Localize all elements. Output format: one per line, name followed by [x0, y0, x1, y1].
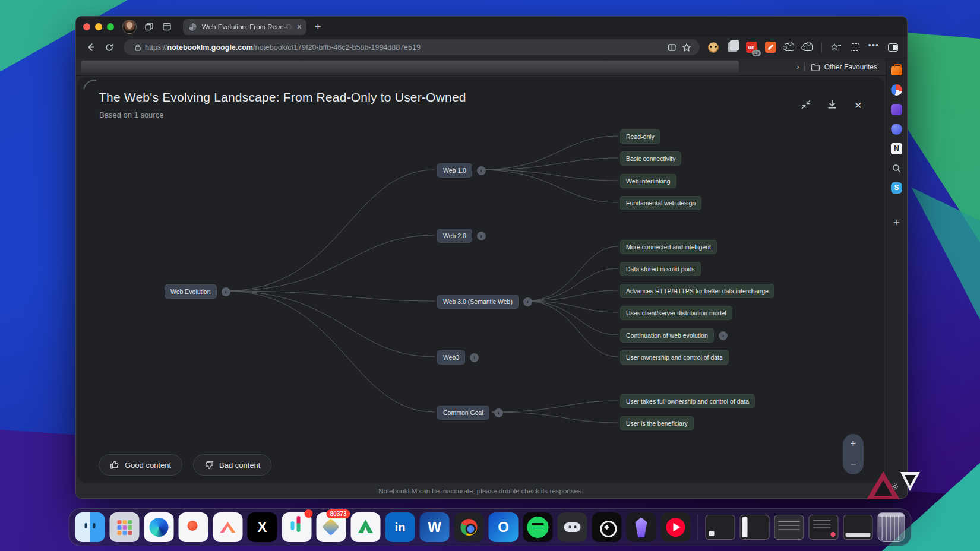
zoom-in-button[interactable]: +	[851, 438, 856, 448]
mindmap-node-web-2-0[interactable]: Web 2.0›	[437, 229, 486, 243]
dock-peak-icon[interactable]	[213, 512, 243, 542]
dock-mail-icon[interactable]: 80373	[317, 512, 346, 542]
mindmap-canvas[interactable]: Web Evolution‹Web 1.0‹Web 2.0›Web 3.0 (S…	[77, 77, 884, 483]
dock-spotify-icon[interactable]	[523, 512, 553, 542]
dock-launchpad-icon[interactable]	[110, 512, 140, 542]
refresh-icon[interactable]	[101, 39, 118, 56]
good-content-button[interactable]: Good content	[99, 454, 182, 476]
dock-green-arrows-icon[interactable]	[351, 512, 381, 542]
deepl-owl-extension-icon[interactable]	[706, 40, 721, 55]
mindmap-node-user-beneficiary[interactable]: User is the beneficiary	[620, 416, 694, 430]
new-tab-button[interactable]: +	[315, 21, 321, 32]
mindmap-node-label-common-goal[interactable]: Common Goal	[437, 406, 489, 420]
favorite-star-icon[interactable]	[679, 40, 694, 55]
lock-icon[interactable]	[131, 40, 145, 55]
extensions-puzzle-icon[interactable]	[799, 39, 816, 56]
mindmap-node-label-web-2-0[interactable]: Web 2.0	[437, 229, 472, 243]
mindmap-node-more-connected[interactable]: More connected and intelligent	[620, 240, 717, 254]
mindmap-toggle-web-2-0[interactable]: ›	[477, 232, 486, 240]
dock-window-thumb-icon[interactable]	[774, 515, 804, 540]
mindmap-node-advances-http[interactable]: Advances HTTP/HTTPS for better data inte…	[620, 284, 774, 298]
mindmap-toggle-web-evolution[interactable]: ‹	[222, 287, 230, 296]
mindmap-node-label-user-full-ownership[interactable]: User takes full ownership and control of…	[620, 394, 755, 408]
mindmap-node-label-advances-http[interactable]: Advances HTTP/HTTPS for better data inte…	[620, 284, 774, 298]
pages-extension-icon[interactable]	[725, 40, 740, 55]
dock-window-thumb-icon[interactable]	[843, 515, 873, 540]
mindmap-node-read-only[interactable]: Read-only	[620, 129, 660, 144]
more-menu-icon[interactable]: •••	[865, 39, 882, 56]
address-bar[interactable]: https://notebooklm.google.com/notebook/c…	[124, 39, 700, 55]
mindmap-toggle-continuation[interactable]: ›	[719, 331, 728, 340]
mindmap-node-label-web-interlinking[interactable]: Web interlinking	[620, 174, 676, 188]
sidebar-designer-icon[interactable]	[891, 123, 903, 135]
mindmap-node-label-basic-connectivity[interactable]: Basic connectivity	[620, 151, 681, 166]
zoom-out-button[interactable]: −	[851, 460, 856, 470]
mindmap-node-user-ownership[interactable]: User ownership and control of data	[620, 350, 729, 365]
mindmap-node-web-evolution[interactable]: Web Evolution‹	[165, 284, 230, 299]
mindmap-toggle-web-3-0-semantic[interactable]: ‹	[523, 297, 532, 306]
mindmap-node-label-user-ownership[interactable]: User ownership and control of data	[620, 350, 729, 365]
other-favourites-label[interactable]: Other Favourites	[824, 63, 877, 71]
mindmap-node-label-solid-pods[interactable]: Data stored in solid pods	[620, 262, 701, 276]
dock-window-thumb-icon[interactable]	[740, 515, 770, 540]
mindmap-node-label-web-3-0-semantic[interactable]: Web 3.0 (Semantic Web)	[437, 294, 519, 309]
mindmap-node-common-goal[interactable]: Common Goal‹	[437, 406, 503, 420]
sidebar-m365-copilot-icon[interactable]	[891, 103, 903, 115]
sidebar-office-briefcase-icon[interactable]	[891, 64, 903, 76]
tab-close-icon[interactable]: ×	[295, 23, 302, 31]
dock-word-icon[interactable]: W	[420, 512, 450, 542]
dock-chatgpt-icon[interactable]	[592, 512, 622, 542]
dock-slack-icon[interactable]	[282, 512, 312, 542]
dock-zen-icon[interactable]	[179, 512, 208, 542]
fullscreen-window-button[interactable]	[107, 23, 114, 30]
dock-x-icon[interactable]: X	[248, 512, 277, 542]
mindmap-node-label-read-only[interactable]: Read-only	[620, 129, 660, 144]
mindmap-node-web3[interactable]: Web3›	[437, 350, 479, 365]
sidebar-edge-apps-icon[interactable]	[891, 84, 903, 96]
mindmap-node-label-web-1-0[interactable]: Web 1.0	[437, 163, 472, 178]
mindmap-toggle-web-1-0[interactable]: ‹	[477, 166, 486, 175]
mindmap-node-label-web3[interactable]: Web3	[437, 350, 465, 365]
dock-discord-icon[interactable]	[558, 512, 587, 542]
split-screen-icon[interactable]	[665, 40, 679, 55]
dock-window-thumb-icon[interactable]	[706, 515, 735, 540]
mindmap-node-label-user-beneficiary[interactable]: User is the beneficiary	[620, 416, 694, 430]
dock-obsidian-icon[interactable]	[627, 512, 656, 542]
mindmap-node-label-fundamental-web-design[interactable]: Fundamental web design	[620, 196, 701, 210]
tab-groups-icon[interactable]	[144, 21, 154, 32]
mindmap-node-solid-pods[interactable]: Data stored in solid pods	[620, 262, 701, 276]
favorites-star-lines-icon[interactable]	[827, 39, 844, 56]
sidebar-toggle-icon[interactable]	[884, 39, 901, 56]
mindmap-node-web-3-0-semantic[interactable]: Web 3.0 (Semantic Web)‹	[437, 294, 532, 309]
back-icon[interactable]	[82, 39, 99, 56]
highlighter-extension-icon[interactable]	[763, 40, 778, 55]
mindmap-node-web-1-0[interactable]: Web 1.0‹	[437, 163, 486, 178]
screenshot-icon[interactable]	[846, 39, 863, 56]
dock-youtube-music-icon[interactable]	[661, 512, 691, 542]
tab-overview-icon[interactable]	[162, 21, 172, 32]
profile-avatar[interactable]	[122, 20, 137, 34]
mindmap-node-web-interlinking[interactable]: Web interlinking	[620, 174, 676, 188]
mindmap-node-continuation[interactable]: Continuation of web evolution›	[620, 328, 728, 343]
mindmap-node-fundamental-web-design[interactable]: Fundamental web design	[620, 196, 701, 210]
dock-linkedin-icon[interactable]: in	[385, 512, 415, 542]
unhook-extension-icon[interactable]: un19	[744, 40, 759, 55]
mindmap-node-client-server[interactable]: Uses client/server distribution model	[620, 306, 732, 320]
mindmap-toggle-common-goal[interactable]: ‹	[494, 408, 503, 417]
sidebar-notion-icon[interactable]: N	[891, 142, 903, 154]
dock-trash-icon[interactable]	[878, 512, 905, 542]
sidebar-search-icon[interactable]	[891, 162, 903, 174]
browser-tab[interactable]: Web Evolution: From Read-Onl ×	[183, 19, 306, 35]
minimize-window-button[interactable]	[95, 23, 102, 30]
mindmap-node-basic-connectivity[interactable]: Basic connectivity	[620, 151, 681, 166]
sidebar-skype-icon[interactable]: S	[891, 182, 903, 194]
favorites-overflow-icon[interactable]: ›	[792, 62, 804, 71]
dock-window-thumb-icon[interactable]	[809, 515, 839, 540]
close-window-button[interactable]	[83, 23, 90, 30]
mindmap-toggle-web3[interactable]: ›	[470, 353, 479, 362]
puzzle-extension-icon[interactable]	[782, 40, 797, 55]
dock-chrome-dark-icon[interactable]	[454, 512, 484, 542]
mindmap-node-label-continuation[interactable]: Continuation of web evolution	[620, 328, 714, 343]
mindmap-node-label-client-server[interactable]: Uses client/server distribution model	[620, 306, 732, 320]
dock-outlook-icon[interactable]: O	[489, 512, 519, 542]
